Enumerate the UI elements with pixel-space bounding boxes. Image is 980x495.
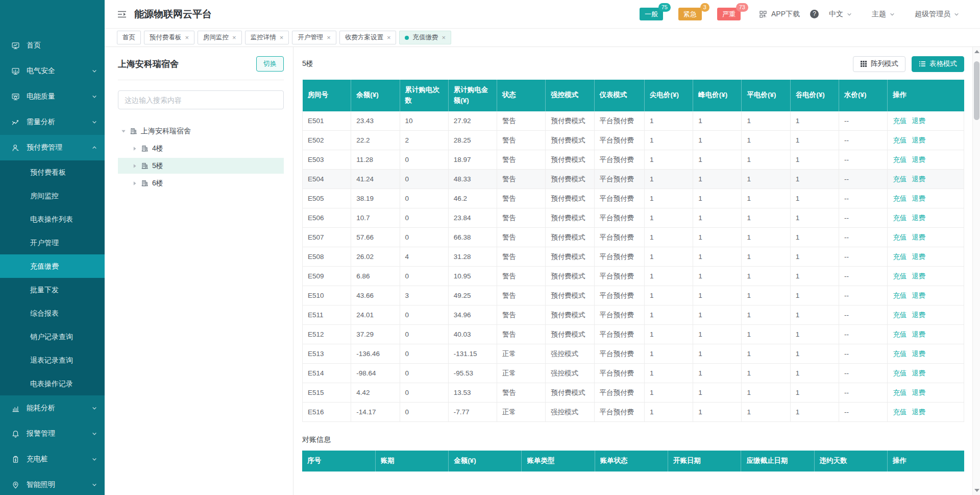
recharge-link[interactable]: 充值 xyxy=(893,350,906,358)
table-cell: 1 xyxy=(790,364,839,383)
close-icon[interactable]: × xyxy=(185,34,189,41)
recharge-link[interactable]: 充值 xyxy=(893,136,906,144)
refund-link[interactable]: 退费 xyxy=(912,369,925,377)
sidebar-submenu: 预付费看板房间监控电表操作列表开户管理充值缴费批量下发综合报表销户记录查询退表记… xyxy=(0,160,105,395)
sidebar-item[interactable]: 电能质量 xyxy=(0,84,105,109)
table-cell: E501 xyxy=(303,111,351,131)
recharge-link[interactable]: 充值 xyxy=(893,292,906,299)
tree-node[interactable]: 5楼 xyxy=(118,158,284,174)
tab[interactable]: 首页 xyxy=(117,31,141,44)
scroll-up-arrow[interactable] xyxy=(974,50,979,53)
alarm-badge[interactable]: 严重73 xyxy=(717,8,741,20)
language-select[interactable]: 中文 xyxy=(829,10,852,19)
sidebar-item[interactable]: 报警管理 xyxy=(0,421,105,446)
refund-link[interactable]: 退费 xyxy=(912,408,925,416)
tree-node[interactable]: 上海安科瑞宿舍 xyxy=(118,123,284,139)
table-cell: 1 xyxy=(742,150,790,170)
recharge-link[interactable]: 充值 xyxy=(893,311,906,319)
recharge-link[interactable]: 充值 xyxy=(893,233,906,241)
app-download-link[interactable]: APP下载 xyxy=(771,10,800,19)
sidebar-subitem[interactable]: 销户记录查询 xyxy=(0,325,105,348)
recharge-link[interactable]: 充值 xyxy=(893,175,906,183)
refund-link[interactable]: 退费 xyxy=(912,331,925,338)
refund-link[interactable]: 退费 xyxy=(912,233,925,241)
recharge-link[interactable]: 充值 xyxy=(893,253,906,261)
column-header: 房间号 xyxy=(303,80,351,111)
refund-link[interactable]: 退费 xyxy=(912,389,925,396)
tab[interactable]: 充值缴费× xyxy=(399,31,451,44)
table-row: E50311.28018.97警告预付费模式平台预付费1111--充值退费 xyxy=(303,150,964,170)
sidebar-subitem[interactable]: 电表操作列表 xyxy=(0,207,105,231)
column-header: 平电价(¥) xyxy=(742,80,790,111)
vertical-scrollbar[interactable] xyxy=(972,47,980,495)
recharge-link[interactable]: 充值 xyxy=(893,331,906,338)
sidebar-subitem[interactable]: 批量下发 xyxy=(0,278,105,301)
sidebar-item[interactable]: 首页 xyxy=(0,33,105,58)
recharge-link[interactable]: 充值 xyxy=(893,117,906,125)
close-icon[interactable]: × xyxy=(232,34,236,41)
tree-node[interactable]: 6楼 xyxy=(118,175,284,191)
recharge-link[interactable]: 充值 xyxy=(893,272,906,280)
recharge-link[interactable]: 充值 xyxy=(893,214,906,222)
sidebar-item[interactable]: 需量分析 xyxy=(0,109,105,135)
view-mode-button[interactable]: 阵列模式 xyxy=(853,56,905,72)
refund-link[interactable]: 退费 xyxy=(912,311,925,319)
refund-link[interactable]: 退费 xyxy=(912,350,925,358)
scrollbar-thumb[interactable] xyxy=(974,61,979,120)
refund-link[interactable]: 退费 xyxy=(912,292,925,299)
refund-link[interactable]: 退费 xyxy=(912,136,925,144)
sidebar-item[interactable]: 充电桩 xyxy=(0,446,105,472)
view-mode-button[interactable]: 表格模式 xyxy=(912,56,964,72)
sidebar-subitem[interactable]: 预付费看板 xyxy=(0,160,105,184)
table-cell: 1 xyxy=(644,131,693,150)
sidebar-item[interactable]: 预付费管理 xyxy=(0,135,105,160)
close-icon[interactable]: × xyxy=(280,34,284,41)
recharge-link[interactable]: 充值 xyxy=(893,369,906,377)
table-cell: 1 xyxy=(742,267,790,286)
refund-link[interactable]: 退费 xyxy=(912,272,925,280)
refund-link[interactable]: 退费 xyxy=(912,156,925,163)
recharge-link[interactable]: 充值 xyxy=(893,195,906,202)
sidebar-subitem[interactable]: 退表记录查询 xyxy=(0,348,105,372)
tab[interactable]: 收费方案设置× xyxy=(339,31,397,44)
sidebar-item[interactable]: 电气安全 xyxy=(0,58,105,84)
close-icon[interactable]: × xyxy=(327,34,331,41)
sidebar-item[interactable]: 能耗分析 xyxy=(0,395,105,421)
scroll-down-arrow[interactable] xyxy=(974,489,979,492)
alarm-badge[interactable]: 紧急3 xyxy=(678,8,702,20)
switch-button[interactable]: 切换 xyxy=(256,56,284,72)
table-cell: E502 xyxy=(303,131,351,150)
sidebar-subitem[interactable]: 房间监控 xyxy=(0,184,105,207)
refund-link[interactable]: 退费 xyxy=(912,117,925,125)
sidebar-subitem[interactable]: 电表操作记录 xyxy=(0,372,105,395)
alarm-badge[interactable]: 一般75 xyxy=(640,8,663,20)
close-icon[interactable]: × xyxy=(387,34,391,41)
tab[interactable]: 开户管理× xyxy=(292,31,336,44)
close-icon[interactable]: × xyxy=(442,34,446,41)
user-menu[interactable]: 超级管理员 xyxy=(915,10,960,19)
theme-select[interactable]: 主题 xyxy=(872,10,895,19)
refund-link[interactable]: 退费 xyxy=(912,253,925,261)
tree-node[interactable]: 4楼 xyxy=(118,140,284,156)
chevron-down-icon xyxy=(91,482,97,488)
refund-link[interactable]: 退费 xyxy=(912,175,925,183)
tab[interactable]: 房间监控× xyxy=(198,31,242,44)
sidebar-subitem[interactable]: 开户管理 xyxy=(0,231,105,254)
menu-fold-icon[interactable] xyxy=(117,10,127,19)
sidebar-item[interactable]: 智能照明 xyxy=(0,472,105,495)
refund-link[interactable]: 退费 xyxy=(912,195,925,202)
help-icon[interactable]: ? xyxy=(810,10,819,18)
refund-link[interactable]: 退费 xyxy=(912,214,925,222)
tab-label: 充值缴费 xyxy=(412,33,438,42)
alarm-count-badge: 73 xyxy=(736,3,748,12)
table-cell: 警告 xyxy=(497,208,546,228)
recharge-link[interactable]: 充值 xyxy=(893,408,906,416)
tree-search-input[interactable] xyxy=(118,90,284,109)
recharge-link[interactable]: 充值 xyxy=(893,156,906,163)
sidebar-subitem[interactable]: 综合报表 xyxy=(0,301,105,325)
tab[interactable]: 监控详情× xyxy=(245,31,289,44)
table-cell: 1 xyxy=(644,344,693,364)
sidebar-subitem[interactable]: 充值缴费 xyxy=(0,254,105,278)
tab[interactable]: 预付费看板× xyxy=(144,31,194,44)
recharge-link[interactable]: 充值 xyxy=(893,389,906,396)
